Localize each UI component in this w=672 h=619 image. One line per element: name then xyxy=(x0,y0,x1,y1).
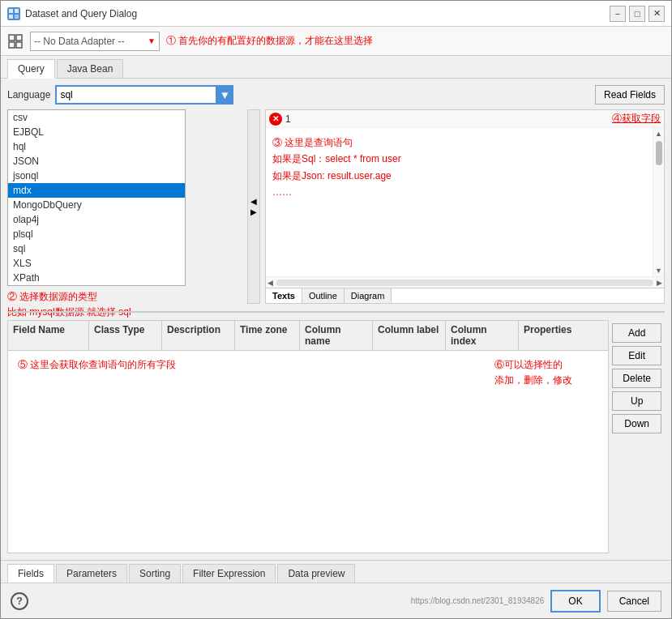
dropdown-item-json[interactable]: JSON xyxy=(8,154,185,169)
minimize-button[interactable]: − xyxy=(610,6,626,22)
query-editor: ✕ 1 ④获取字段 ③ 这里是查询语句 如果是Sql：select * from… xyxy=(265,109,665,304)
col-field-name: Field Name xyxy=(8,321,89,350)
toolbar: -- No Data Adapter -- ▼ ① 首先你的有配置好的数据源，才… xyxy=(1,27,671,56)
language-row: Language ▼ Read Fields xyxy=(7,85,665,105)
scroll-up-arrow[interactable]: ▲ xyxy=(653,128,664,139)
svg-rect-4 xyxy=(9,35,15,41)
error-icon: ✕ xyxy=(269,113,282,126)
fields-table-header: Field Name Class Type Description Time z… xyxy=(8,321,608,351)
editor-line2: 如果是Sql：select * from user xyxy=(272,151,646,167)
editor-line1: ③ 这里是查询语句 xyxy=(272,134,646,151)
dropdown-item-hql[interactable]: hql xyxy=(8,139,185,154)
svg-rect-2 xyxy=(9,15,13,19)
language-input-wrapper: ▼ xyxy=(55,85,233,105)
get-fields-link[interactable]: ④获取字段 xyxy=(612,112,661,126)
scroll-left-arrow[interactable]: ◀ xyxy=(266,279,275,287)
col-description: Description xyxy=(162,321,235,350)
scroll-down-arrow[interactable]: ▼ xyxy=(653,265,664,276)
editor-content[interactable]: ③ 这里是查询语句 如果是Sql：select * from user 如果是J… xyxy=(266,128,653,276)
editor-tab-diagram[interactable]: Diagram xyxy=(345,288,392,303)
svg-rect-0 xyxy=(9,9,13,13)
fields-annotation-6: ⑥可以选择性的 添加，删除，修改 xyxy=(494,357,592,388)
query-editor-area: csv EJBQL hql JSON jsonql mdx MongoDbQue… xyxy=(7,109,665,304)
bottom-tab-preview[interactable]: Data preview xyxy=(277,564,355,583)
add-button[interactable]: Add xyxy=(612,323,661,343)
annotation-line1: ② 选择数据源的类型 xyxy=(7,289,242,305)
delete-button[interactable]: Delete xyxy=(612,369,661,388)
dropdown-item-xpath[interactable]: XPath xyxy=(8,271,185,285)
editor-scrollbar[interactable]: ▲ ▼ xyxy=(653,128,664,276)
fields-table-body: ⑤ 这里会获取你查询语句的所有字段 ⑥可以选择性的 添加，删除，修改 xyxy=(8,351,608,553)
scroll-right-arrow[interactable]: ▶ xyxy=(655,279,664,287)
language-input[interactable] xyxy=(55,85,233,105)
app-icon xyxy=(7,7,20,20)
col-column-index: Column index xyxy=(446,321,519,350)
tab-query[interactable]: Query xyxy=(7,59,55,79)
dropdown-item-plsql[interactable]: plsql xyxy=(8,227,185,241)
down-button[interactable]: Down xyxy=(612,414,661,433)
fields-section-wrapper: Field Name Class Type Description Time z… xyxy=(7,320,665,553)
editor-tabs: Texts Outline Diagram xyxy=(266,288,664,303)
notice-text: ① 首先你的有配置好的数据源，才能在这里选择 xyxy=(166,34,373,48)
bottom-tab-sorting[interactable]: Sorting xyxy=(129,564,181,583)
main-window: Dataset and Query Dialog − □ ✕ -- No Dat… xyxy=(0,0,672,619)
editor-line4: …… xyxy=(272,184,646,200)
editor-header: ✕ 1 ④获取字段 xyxy=(266,110,664,128)
window-title: Dataset and Query Dialog xyxy=(25,8,605,19)
top-tabs: Query Java Bean xyxy=(1,56,671,79)
col-class-type: Class Type xyxy=(89,321,162,350)
language-label: Language xyxy=(7,89,50,100)
tab-javabean[interactable]: Java Bean xyxy=(57,59,124,78)
ok-button[interactable]: OK xyxy=(550,590,600,613)
editor-line3: 如果是Json: result.user.age xyxy=(272,168,646,184)
adapter-label: -- No Data Adapter -- xyxy=(34,36,124,47)
adapter-select[interactable]: -- No Data Adapter -- ▼ xyxy=(30,32,160,51)
bottom-tab-filter[interactable]: Filter Expression xyxy=(182,564,276,583)
close-button[interactable]: ✕ xyxy=(648,6,665,22)
bottom-tabs: Fields Parameters Sorting Filter Express… xyxy=(1,560,671,583)
fields-section: Field Name Class Type Description Time z… xyxy=(7,320,609,553)
annotation6-line2: 添加，删除，修改 xyxy=(494,374,572,386)
svg-rect-3 xyxy=(15,15,19,19)
grid-icon xyxy=(7,33,24,49)
maximize-button[interactable]: □ xyxy=(629,6,645,22)
help-button[interactable]: ? xyxy=(11,592,28,610)
dropdown-item-ejbql[interactable]: EJBQL xyxy=(8,125,185,139)
bottom-tab-fields[interactable]: Fields xyxy=(7,564,54,583)
main-content: Language ▼ Read Fields csv EJBQL hql JSO… xyxy=(1,79,671,560)
title-bar: Dataset and Query Dialog − □ ✕ xyxy=(1,1,671,27)
bottom-tab-parameters[interactable]: Parameters xyxy=(56,564,127,583)
dropdown-item-olap4j[interactable]: olap4j xyxy=(8,212,185,227)
dropdown-item-csv[interactable]: csv xyxy=(8,110,185,125)
left-panel: csv EJBQL hql JSON jsonql mdx MongoDbQue… xyxy=(7,109,242,304)
language-dropdown-list: csv EJBQL hql JSON jsonql mdx MongoDbQue… xyxy=(7,109,186,286)
col-column-label: Column label xyxy=(373,321,446,350)
col-column-name: Column name xyxy=(300,321,373,350)
collapse-button[interactable]: ◀ ▶ xyxy=(247,109,260,304)
scrollbar-thumb[interactable] xyxy=(656,141,662,165)
svg-rect-7 xyxy=(16,42,22,48)
dropdown-item-xls[interactable]: XLS xyxy=(8,256,185,271)
language-dropdown-button[interactable]: ▼ xyxy=(216,85,233,105)
line-number: 1 xyxy=(285,113,291,125)
read-fields-button[interactable]: Read Fields xyxy=(595,85,665,105)
dropdown-item-sql[interactable]: sql xyxy=(8,241,185,256)
dropdown-item-jsonql[interactable]: jsonql xyxy=(8,169,185,183)
cancel-button[interactable]: Cancel xyxy=(607,591,661,612)
footer: ? https://blog.csdn.net/2301_81934826 OK… xyxy=(1,583,671,618)
footer-url: https://blog.csdn.net/2301_81934826 xyxy=(411,596,545,605)
svg-rect-5 xyxy=(16,35,22,41)
editor-tab-outline[interactable]: Outline xyxy=(302,288,345,303)
edit-button[interactable]: Edit xyxy=(612,346,661,365)
up-button[interactable]: Up xyxy=(612,391,661,411)
svg-rect-6 xyxy=(9,42,15,48)
editor-tab-texts[interactable]: Texts xyxy=(266,288,302,303)
annotation6-line1: ⑥可以选择性的 xyxy=(494,359,563,370)
divider xyxy=(7,309,665,315)
dropdown-item-mdx[interactable]: mdx xyxy=(8,183,185,198)
svg-rect-1 xyxy=(15,9,19,13)
action-buttons: Add Edit Delete Up Down xyxy=(609,320,665,553)
dropdown-item-mongodbquery[interactable]: MongoDbQuery xyxy=(8,198,185,212)
col-properties: Properties xyxy=(519,321,584,350)
window-controls: − □ ✕ xyxy=(610,6,665,22)
